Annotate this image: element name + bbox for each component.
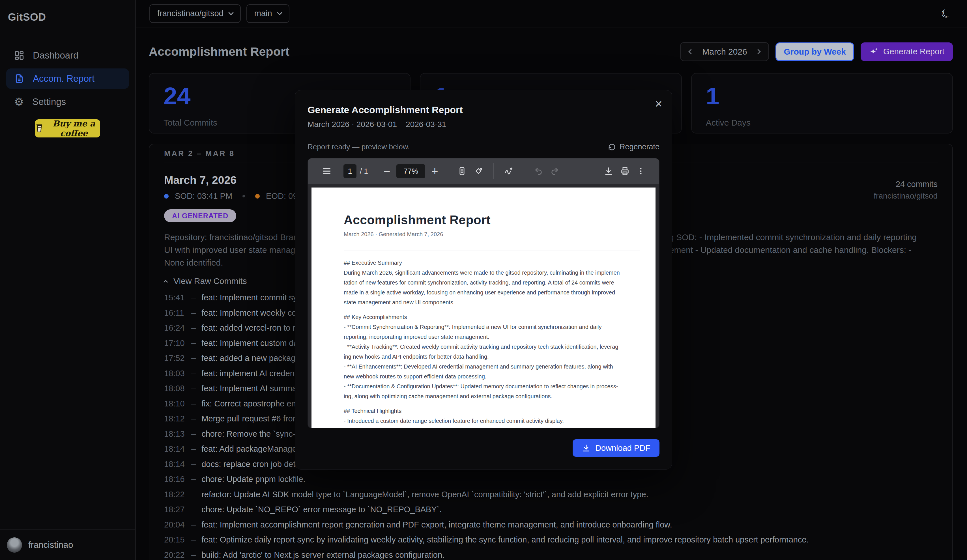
commit-time: 18:14 <box>164 445 189 453</box>
commit-separator: – <box>191 369 196 378</box>
stat-label: Active Days <box>706 118 938 128</box>
commit-time: 16:11 <box>164 308 189 317</box>
commit-time: 18:12 <box>164 414 189 423</box>
commit-time: 15:41 <box>164 293 189 302</box>
app-logo: GitSOD <box>8 11 129 23</box>
coffee-cup-icon <box>35 124 44 133</box>
commit-row: 20:22 – build: Add 'arctic' to Next.js s… <box>164 551 937 560</box>
commit-time: 18:03 <box>164 369 189 378</box>
page-number-input[interactable]: 1 <box>343 164 356 178</box>
sidebar-nav: Dashboard Accom. Report ⚙ Settings <box>6 45 129 112</box>
gear-icon: ⚙ <box>14 97 24 107</box>
annotate-pen-icon[interactable] <box>504 166 513 176</box>
page-header: Accomplishment Report March 2026 Group b… <box>149 42 953 61</box>
pdf-page-area: Accomplishment Report March 2026 · Gener… <box>308 184 659 428</box>
commit-time: 18:27 <box>164 505 189 514</box>
commit-time: 20:15 <box>164 535 189 544</box>
pdf-line: - **Activity Tracking**: Created weekly … <box>344 342 640 352</box>
commit-separator: – <box>191 490 196 499</box>
generate-report-label: Generate Report <box>883 47 944 56</box>
branch-selector[interactable]: main <box>246 4 289 23</box>
sidebar-user[interactable]: francistinao <box>0 529 135 560</box>
modal-title: Generate Accomplishment Report <box>307 104 660 115</box>
divider <box>447 163 447 179</box>
pdf-line: - **AI Enhancements**: Developed AI cred… <box>344 362 640 372</box>
eod-dot <box>255 194 260 199</box>
chevron-down-icon <box>277 10 282 15</box>
fit-to-page-icon[interactable] <box>457 166 467 176</box>
pdf-line <box>344 401 640 406</box>
buy-me-a-coffee-button[interactable]: Buy me a coffee <box>35 119 100 137</box>
print-icon[interactable] <box>620 166 630 176</box>
dark-mode-toggle[interactable]: ☾ <box>939 5 954 21</box>
pdf-line: - **Documentation & Configuration Update… <box>344 382 640 392</box>
sidebar-item-settings[interactable]: ⚙ Settings <box>6 92 129 112</box>
commit-time: 18:16 <box>164 475 189 484</box>
zoom-out-button[interactable]: − <box>382 165 392 177</box>
pdf-document-subtitle: March 2026 · Generated March 7, 2026 <box>344 231 640 237</box>
download-pdf-button[interactable]: Download PDF <box>573 439 660 457</box>
commit-row: 18:27 – chore: Update `NO_REPO` error me… <box>164 505 937 514</box>
rotate-icon[interactable] <box>474 166 483 176</box>
undo-icon[interactable] <box>534 166 543 176</box>
stat-card: 1 Active Days <box>691 73 953 133</box>
commit-time: 18:13 <box>164 430 189 438</box>
pdf-line: During March 2026, significant advanceme… <box>344 268 640 278</box>
commit-separator: – <box>191 445 196 453</box>
commit-message: feat: Implement accomplishment report ge… <box>201 520 672 529</box>
pdf-toolbar: 1 / 1 − 77% + <box>308 158 659 184</box>
menu-icon[interactable] <box>322 166 332 176</box>
commit-row: 20:04 – feat: Implement accomplishment r… <box>164 520 937 529</box>
sidebar-item-dashboard[interactable]: Dashboard <box>6 45 129 66</box>
commit-separator: – <box>191 293 196 302</box>
commit-separator: – <box>191 475 196 484</box>
more-options-icon[interactable] <box>637 166 645 176</box>
pdf-line: ## Executive Summary <box>344 258 640 268</box>
report-file-icon <box>14 74 24 84</box>
commit-separator: – <box>191 384 196 393</box>
commit-time: 20:04 <box>164 520 189 529</box>
commit-separator: – <box>191 414 196 423</box>
download-icon <box>582 443 591 453</box>
sidebar-item-accom-report[interactable]: Accom. Report <box>6 68 129 89</box>
pdf-line: ing new hooks and API endpoints for bett… <box>344 352 640 362</box>
refresh-icon <box>608 143 616 151</box>
sidebar: GitSOD Dashboard Accom. Report ⚙ Setting… <box>0 0 136 560</box>
regenerate-button[interactable]: Regenerate <box>608 143 660 151</box>
chevron-left-icon[interactable] <box>689 49 694 54</box>
stat-value: 1 <box>706 82 938 110</box>
close-icon[interactable]: × <box>655 97 662 110</box>
zoom-in-button[interactable]: + <box>430 165 440 177</box>
modal-status: Report ready — preview below. <box>307 143 410 151</box>
pdf-line: made in a single active workday, focusin… <box>344 288 640 298</box>
generate-report-button[interactable]: Generate Report <box>861 43 953 61</box>
repo-selector[interactable]: francistinao/gitsod <box>149 4 241 23</box>
ai-generated-badge: AI GENERATED <box>164 209 236 222</box>
group-by-week-button[interactable]: Group by Week <box>776 43 854 61</box>
commit-time: 18:22 <box>164 490 189 499</box>
commit-separator: – <box>191 354 196 362</box>
redo-icon[interactable] <box>550 166 559 176</box>
pdf-viewer: 1 / 1 − 77% + <box>307 158 660 428</box>
page-title: Accomplishment Report <box>149 45 289 59</box>
commit-row: 20:15 – feat: Optimize daily report sync… <box>164 535 937 544</box>
chevron-right-icon[interactable] <box>756 49 761 54</box>
commit-separator: – <box>191 399 196 408</box>
generate-report-modal: × Generate Accomplishment Report March 2… <box>295 90 672 469</box>
divider <box>375 163 375 179</box>
sidebar-item-label: Accom. Report <box>33 73 94 84</box>
header-controls: March 2026 Group by Week Generate Report <box>680 42 953 61</box>
zoom-level[interactable]: 77% <box>396 164 425 178</box>
commit-message: build: Add 'arctic' to Next.js server ex… <box>201 551 444 560</box>
separator-dot <box>243 195 245 198</box>
week-meta: 24 commits francistinao/gitsod <box>874 178 937 202</box>
avatar <box>7 537 22 553</box>
download-icon[interactable] <box>604 166 613 176</box>
commit-message: chore: Update pnpm lockfile. <box>201 475 305 484</box>
commit-row: 18:22 – refactor: Update AI SDK model ty… <box>164 490 937 499</box>
divider <box>344 250 640 251</box>
pdf-line: - Introduced a custom date range selecti… <box>344 416 640 426</box>
commit-separator: – <box>191 339 196 348</box>
commit-time: 18:10 <box>164 399 189 408</box>
commit-time: 18:14 <box>164 460 189 469</box>
